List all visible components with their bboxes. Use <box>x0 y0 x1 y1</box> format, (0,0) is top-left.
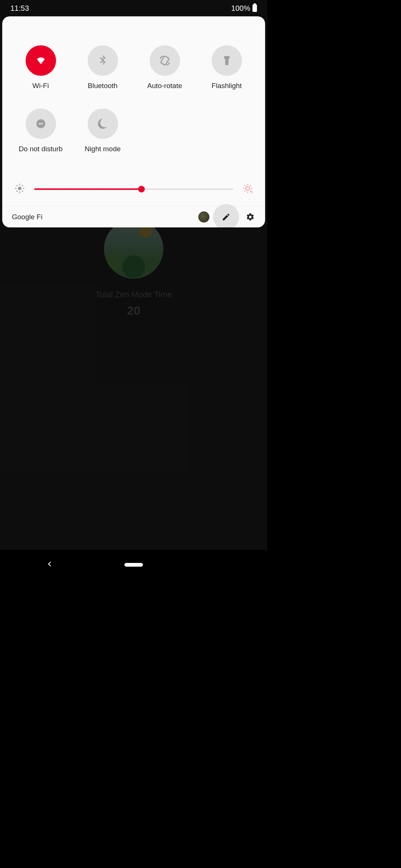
tile-auto-rotate[interactable]: Auto-rotate <box>134 45 196 90</box>
user-avatar[interactable] <box>198 211 209 223</box>
brightness-row: A <box>2 175 265 206</box>
svg-line-8 <box>16 185 17 186</box>
wifi-icon <box>26 45 56 76</box>
svg-point-3 <box>18 187 22 190</box>
auto-rotate-icon <box>150 45 180 76</box>
tile-label: Flashlight <box>212 82 242 90</box>
quick-settings-grid: Wi-Fi Bluetooth Auto-rotate Flashlight <box>2 16 265 175</box>
quick-settings-panel: Wi-Fi Bluetooth Auto-rotate Flashlight <box>2 16 265 227</box>
svg-point-12 <box>246 187 250 190</box>
tile-bluetooth[interactable]: Bluetooth <box>72 45 134 90</box>
navigation-bar <box>0 550 267 580</box>
tile-label: Night mode <box>85 145 121 153</box>
quick-settings-footer: Google Fi <box>2 206 265 227</box>
svg-text:A: A <box>251 190 253 194</box>
svg-rect-2 <box>39 123 43 124</box>
battery-percent: 100% <box>231 4 250 13</box>
slider-thumb[interactable] <box>138 186 145 192</box>
svg-line-10 <box>16 191 17 192</box>
brightness-slider[interactable] <box>34 185 233 194</box>
nav-home-pill[interactable] <box>124 563 143 567</box>
svg-line-19 <box>244 191 245 192</box>
bluetooth-icon <box>88 45 118 76</box>
slider-fill <box>34 188 141 190</box>
tile-wifi[interactable]: Wi-Fi <box>10 45 72 90</box>
tile-label: Bluetooth <box>88 82 117 90</box>
auto-brightness-icon[interactable]: A <box>242 183 253 195</box>
svg-line-20 <box>250 185 251 186</box>
status-bar: 11:53 100% <box>0 0 267 16</box>
tile-label: Auto-rotate <box>147 82 182 90</box>
svg-line-11 <box>22 185 23 186</box>
dnd-icon <box>26 108 56 139</box>
tile-do-not-disturb[interactable]: Do not disturb <box>10 108 72 153</box>
nav-back-button[interactable] <box>46 560 53 569</box>
settings-button[interactable] <box>243 213 258 221</box>
carrier-label: Google Fi <box>12 213 42 221</box>
tile-night-mode[interactable]: Night mode <box>72 108 134 153</box>
svg-line-9 <box>22 191 23 192</box>
tile-label: Wi-Fi <box>32 82 49 90</box>
edit-button[interactable] <box>213 204 239 228</box>
status-right: 100% <box>231 4 257 13</box>
battery-icon <box>252 4 257 12</box>
flashlight-icon <box>212 45 242 76</box>
status-time: 11:53 <box>10 4 29 13</box>
svg-line-17 <box>244 185 245 186</box>
tile-label: Do not disturb <box>19 145 62 153</box>
tile-flashlight[interactable]: Flashlight <box>196 45 258 90</box>
brightness-low-icon <box>14 183 25 195</box>
night-mode-icon <box>88 108 118 139</box>
